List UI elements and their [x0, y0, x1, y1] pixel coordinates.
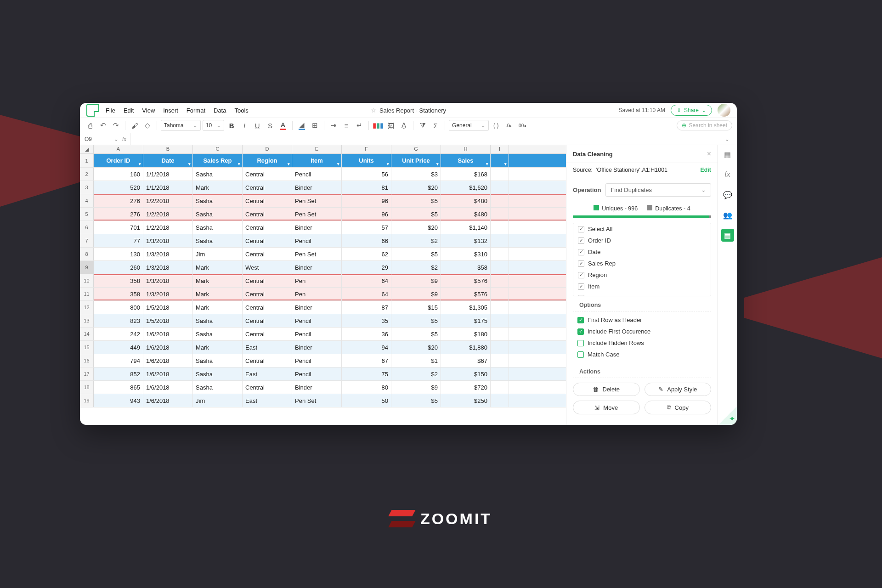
decimal-inc-icon[interactable]: .0▸ — [503, 120, 514, 131]
col-F[interactable]: F — [342, 145, 391, 153]
cell[interactable]: 1/6/2018 — [143, 394, 193, 407]
cell[interactable]: Mark — [193, 288, 243, 300]
col-B[interactable]: B — [143, 145, 193, 153]
cell[interactable]: 358 — [94, 274, 143, 287]
cell[interactable]: $480 — [441, 208, 491, 220]
cell[interactable]: $5 — [391, 328, 441, 340]
cell[interactable]: 1/1/2018 — [143, 168, 193, 181]
cell[interactable]: 160 — [94, 168, 143, 181]
col-D[interactable]: D — [243, 145, 292, 153]
cell[interactable]: $20 — [391, 341, 441, 354]
cell[interactable]: Mark — [193, 261, 243, 274]
cell[interactable]: 242 — [94, 328, 143, 340]
header-date[interactable]: Date — [143, 154, 193, 167]
cell[interactable]: 1/6/2018 — [143, 354, 193, 367]
cell[interactable]: Binder — [292, 221, 342, 234]
italic-icon[interactable]: I — [239, 120, 250, 131]
cell[interactable]: Pencil — [292, 354, 342, 367]
cell[interactable]: Central — [243, 181, 292, 194]
cell[interactable]: Binder — [292, 381, 342, 394]
cell[interactable]: $576 — [441, 274, 491, 287]
header-sales[interactable]: Sales — [441, 154, 491, 167]
cell[interactable]: 865 — [94, 381, 143, 394]
cell[interactable]: 62 — [342, 248, 391, 260]
cell[interactable]: Central — [243, 328, 292, 340]
cell[interactable]: 56 — [342, 168, 391, 181]
cell[interactable]: 1/2/2018 — [143, 194, 193, 207]
cell[interactable]: $175 — [441, 314, 491, 327]
cell[interactable]: 81 — [342, 181, 391, 194]
edit-source-button[interactable]: Edit — [700, 167, 711, 173]
cell[interactable]: 130 — [94, 248, 143, 260]
cell[interactable]: 520 — [94, 181, 143, 194]
cell[interactable]: 358 — [94, 288, 143, 300]
cell[interactable]: Central — [243, 248, 292, 260]
cell[interactable]: Sasha — [193, 314, 243, 327]
cell[interactable]: 1/6/2018 — [143, 328, 193, 340]
cell[interactable]: 57 — [342, 221, 391, 234]
cell[interactable]: 66 — [342, 234, 391, 247]
cell[interactable]: Sasha — [193, 168, 243, 181]
opt-first-row-header[interactable]: First Row as Header — [573, 314, 711, 326]
cell[interactable]: Central — [243, 168, 292, 181]
cell[interactable]: 1/6/2018 — [143, 368, 193, 380]
cell[interactable]: $168 — [441, 168, 491, 181]
cell[interactable]: 794 — [94, 354, 143, 367]
table-row[interactable]: 67011/2/2018SashaCentralBinder57$20$1,14… — [80, 221, 566, 234]
underline-icon[interactable]: U — [252, 120, 263, 131]
cell[interactable]: 1/6/2018 — [143, 341, 193, 354]
cell[interactable]: $2 — [391, 234, 441, 247]
cell[interactable]: 1/6/2018 — [143, 381, 193, 394]
star-icon[interactable]: ☆ — [371, 107, 377, 114]
cell[interactable]: East — [243, 394, 292, 407]
table-row[interactable]: 128001/5/2018MarkCentralBinder87$15$1,30… — [80, 301, 566, 314]
cell[interactable]: 1/3/2018 — [143, 288, 193, 300]
table-row[interactable]: 167941/6/2018SashaCentralPencil67$1$67 — [80, 354, 566, 368]
apply-style-button[interactable]: ✎Apply Style — [645, 383, 712, 396]
cell[interactable]: 800 — [94, 301, 143, 314]
copy-button[interactable]: ⧉Copy — [645, 401, 712, 414]
operation-select[interactable]: Find Duplicates — [605, 183, 711, 197]
rail-pivot-icon[interactable]: ▦ — [721, 148, 734, 161]
cell[interactable]: $2 — [391, 261, 441, 274]
table-row[interactable]: 103581/3/2018MarkCentralPen64$9$576 — [80, 274, 566, 288]
number-format-select[interactable]: General — [449, 120, 489, 131]
format-painter-icon[interactable]: 🖌 — [129, 120, 140, 131]
cell[interactable]: 36 — [342, 328, 391, 340]
cell[interactable]: Pencil — [292, 314, 342, 327]
cell[interactable]: 64 — [342, 274, 391, 287]
undo-icon[interactable]: ↶ — [97, 120, 108, 131]
cell[interactable]: $132 — [441, 234, 491, 247]
cell[interactable]: Pencil — [292, 234, 342, 247]
cell[interactable]: Sasha — [193, 354, 243, 367]
align-icon[interactable]: ≡ — [341, 120, 352, 131]
move-button[interactable]: ⇲Move — [573, 401, 640, 414]
cell[interactable]: 1/3/2018 — [143, 248, 193, 260]
cell[interactable]: $9 — [391, 381, 441, 394]
table-row[interactable]: 35201/1/2018MarkCentralBinder81$20$1,620 — [80, 181, 566, 194]
cell[interactable]: 96 — [342, 194, 391, 207]
cell[interactable]: $20 — [391, 181, 441, 194]
cell[interactable]: 64 — [342, 288, 391, 300]
cell[interactable]: Pen Set — [292, 248, 342, 260]
sigma-icon[interactable]: Σ — [430, 120, 441, 131]
formula-input[interactable] — [130, 133, 718, 145]
cell[interactable]: 77 — [94, 234, 143, 247]
merge-icon[interactable]: ⇥ — [328, 120, 339, 131]
menu-tools[interactable]: Tools — [234, 107, 248, 114]
fx-icon[interactable]: fx — [122, 136, 126, 142]
cell[interactable]: $5 — [391, 194, 441, 207]
spreadsheet-grid[interactable]: ◢ ABCDEFGHI 1Order IDDateSales RepRegion… — [80, 145, 566, 425]
rail-people-icon[interactable]: 👥 — [721, 209, 734, 221]
table-row[interactable]: 7771/3/2018SashaCentralPencil66$2$132 — [80, 234, 566, 248]
col-I[interactable]: I — [491, 145, 509, 153]
chevron-down-icon[interactable]: ⌄ — [114, 136, 119, 142]
filter-icon[interactable]: ⧩ — [417, 120, 428, 131]
cell[interactable]: $5 — [391, 394, 441, 407]
cell[interactable]: $480 — [441, 194, 491, 207]
cell[interactable]: East — [243, 341, 292, 354]
cell[interactable]: 1/3/2018 — [143, 261, 193, 274]
cell[interactable]: Sasha — [193, 368, 243, 380]
cell[interactable]: $67 — [441, 354, 491, 367]
cell[interactable]: 29 — [342, 261, 391, 274]
